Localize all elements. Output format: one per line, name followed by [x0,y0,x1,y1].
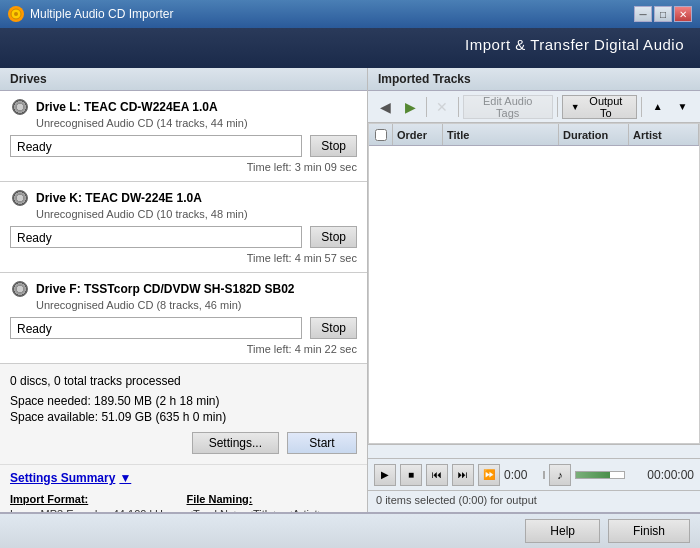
finish-button[interactable]: Finish [608,519,690,543]
drive-item-2: Drive F: TSSTcorp CD/DVDW SH-S182D SB02 … [0,273,367,364]
player-bar: ▶ ■ ⏮ ⏭ ⏩ 0:00 ♪ [368,458,700,490]
title-column-header: Title [443,124,559,145]
drive-name-1: Drive K: TEAC DW-224E 1.0A [36,191,202,205]
drive-stop-button-0[interactable]: Stop [310,135,357,157]
drive-disc-icon-1 [10,190,30,206]
footer: Help Finish [0,512,700,548]
delete-icon: ✕ [436,99,448,115]
move-down-icon: ▼ [678,101,688,112]
drive-disc-icon-0 [10,99,30,115]
player-total-time: 00:00:00 [629,468,694,482]
settings-summary: Settings Summary ▼ Import Format: Lame M… [0,464,367,512]
move-up-button[interactable]: ▲ [646,95,669,119]
app-icon [8,6,24,22]
forward-button[interactable]: ▶ [399,95,422,119]
player-stop-button[interactable]: ■ [400,464,422,486]
import-format-label: Import Format: [10,493,181,505]
drive-stop-button-1[interactable]: Stop [310,226,357,248]
settings-summary-toggle[interactable]: Settings Summary ▼ [10,471,357,485]
settings-grid: Import Format: Lame MP3 Encoder, 44,100 … [10,493,357,512]
space-needed-stat: Space needed: 189.50 MB (2 h 18 min) [10,394,357,408]
order-column-header: Order [393,124,443,145]
settings-summary-label: Settings Summary [10,471,115,485]
output-to-button[interactable]: ▼ Output To [562,95,638,119]
drive-info-0: Unrecognised Audio CD (14 tracks, 44 min… [36,117,357,129]
drive-status-2: Ready [10,317,302,339]
player-ff-icon: ⏩ [483,469,495,480]
drive-header-1: Drive K: TEAC DW-224E 1.0A [10,190,357,206]
drive-controls-0: Ready Stop [10,135,357,157]
edit-tags-button[interactable]: Edit Audio Tags [463,95,553,119]
move-up-icon: ▲ [653,101,663,112]
back-icon: ◀ [380,99,391,115]
player-play-icon: ▶ [381,469,389,480]
player-next-button[interactable]: ⏭ [452,464,474,486]
drive-name-2: Drive F: TSSTcorp CD/DVDW SH-S182D SB02 [36,282,295,296]
file-naming-section: File Naming: <TrackNo>_<Title>_<Artist> … [187,493,358,512]
track-list-header: Order Title Duration Artist [369,124,699,146]
track-list-body [369,146,699,346]
maximize-button[interactable]: □ [654,6,672,22]
app-header: Import & Transfer Digital Audio [0,28,700,68]
imported-status-bar: 0 items selected (0:00) for output [368,490,700,512]
window-controls[interactable]: ─ □ ✕ [634,6,692,22]
edit-tags-label: Edit Audio Tags [472,95,544,119]
toolbar-separator-2 [458,97,459,117]
player-progress-bar[interactable] [543,471,545,479]
volume-area: ♪ [549,464,625,486]
drive-time-left-2: Time left: 4 min 22 sec [10,343,357,355]
discs-tracks-stat: 0 discs, 0 total tracks processed [10,374,357,388]
horizontal-scrollbar[interactable] [368,444,700,458]
drive-stop-button-2[interactable]: Stop [310,317,357,339]
player-prev-icon: ⏮ [432,469,442,480]
move-down-button[interactable]: ▼ [671,95,694,119]
toolbar-separator-4 [641,97,642,117]
title-bar: Multiple Audio CD Importer ─ □ ✕ [0,0,700,28]
drive-disc-icon-2 [10,281,30,297]
drives-panel-title: Drives [0,68,367,91]
drive-name-0: Drive L: TEAC CD-W224EA 1.0A [36,100,218,114]
drive-time-left-1: Time left: 4 min 57 sec [10,252,357,264]
player-current-time: 0:00 [504,468,539,482]
app-title: Import & Transfer Digital Audio [465,36,684,53]
file-naming-label: File Naming: [187,493,358,505]
player-ff-button[interactable]: ⏩ [478,464,500,486]
drive-controls-1: Ready Stop [10,226,357,248]
delete-button[interactable]: ✕ [431,95,454,119]
drive-header-0: Drive L: TEAC CD-W224EA 1.0A [10,99,357,115]
import-format-value: Lame MP3 Encoder, 44,100 kHz, 16 Bits, S… [10,507,181,512]
start-button[interactable]: Start [287,432,357,454]
close-button[interactable]: ✕ [674,6,692,22]
minimize-button[interactable]: ─ [634,6,652,22]
output-to-label: Output To [584,95,629,119]
output-to-dropdown-arrow: ▼ [571,102,580,112]
settings-button[interactable]: Settings... [192,432,279,454]
toolbar-separator-3 [557,97,558,117]
space-available-stat: Space available: 51.09 GB (635 h 0 min) [10,410,357,424]
file-naming-value: <TrackNo>_<Title>_<Artist> [187,507,358,512]
player-stop-icon: ■ [408,469,414,480]
imported-panel: Imported Tracks ◀ ▶ ✕ Edit Audio Tags ▼ … [368,68,700,512]
volume-slider[interactable] [575,471,625,479]
player-play-button[interactable]: ▶ [374,464,396,486]
action-row: Settings... Start [10,432,357,454]
player-prev-button[interactable]: ⏮ [426,464,448,486]
volume-fill [576,472,610,478]
volume-button[interactable]: ♪ [549,464,571,486]
svg-point-1 [14,12,18,16]
drives-panel: Drives Drive L: TEAC CD-W224EA 1.0A Unre… [0,68,368,512]
drive-status-0: Ready [10,135,302,157]
drive-item-1: Drive K: TEAC DW-224E 1.0A Unrecognised … [0,182,367,273]
artist-column-header: Artist [629,124,699,145]
help-button[interactable]: Help [525,519,600,543]
drive-status-1: Ready [10,226,302,248]
window-title: Multiple Audio CD Importer [30,7,173,21]
imported-toolbar: ◀ ▶ ✕ Edit Audio Tags ▼ Output To ▲ [368,91,700,123]
drive-header-2: Drive F: TSSTcorp CD/DVDW SH-S182D SB02 [10,281,357,297]
check-column-header [369,124,393,145]
volume-icon: ♪ [557,469,563,481]
forward-icon: ▶ [405,99,416,115]
select-all-checkbox[interactable] [375,129,387,141]
back-button[interactable]: ◀ [374,95,397,119]
drive-info-1: Unrecognised Audio CD (10 tracks, 48 min… [36,208,357,220]
